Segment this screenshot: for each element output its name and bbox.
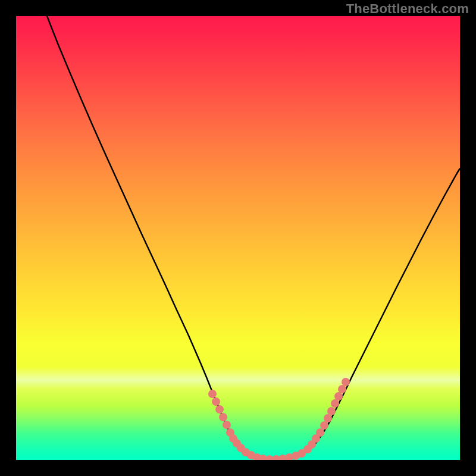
data-dot <box>327 407 336 415</box>
data-dot <box>338 385 346 393</box>
data-dot <box>324 414 332 422</box>
chart-svg <box>16 16 460 460</box>
data-dot <box>215 405 224 414</box>
data-dot <box>342 378 350 386</box>
curve-layer <box>47 16 460 459</box>
data-dot <box>208 390 217 398</box>
data-dot <box>334 392 343 400</box>
data-dot <box>223 421 231 429</box>
chart-frame: TheBottleneck.com <box>0 0 476 476</box>
data-dot <box>212 397 220 406</box>
data-dot <box>320 421 328 430</box>
plot-area <box>16 16 460 460</box>
watermark-label: TheBottleneck.com <box>346 1 469 17</box>
data-dot <box>331 399 339 408</box>
data-dot <box>219 413 227 421</box>
dots-layer <box>208 378 350 460</box>
data-dot <box>316 428 324 437</box>
bottleneck-curve <box>47 16 460 459</box>
